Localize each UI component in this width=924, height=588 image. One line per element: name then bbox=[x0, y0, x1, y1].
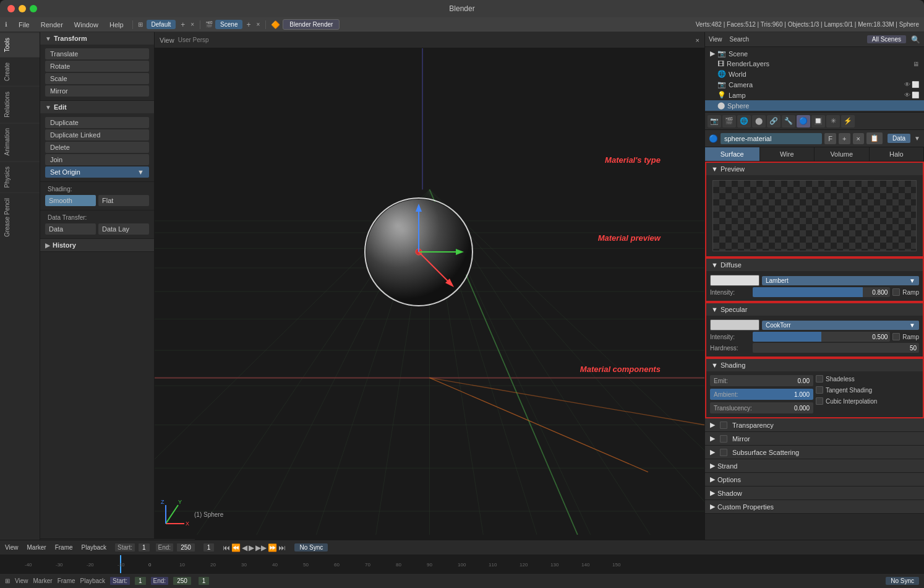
all-scenes-btn[interactable]: All Scenes bbox=[867, 35, 906, 43]
shading-props-header[interactable]: ▼ Shading bbox=[706, 359, 923, 371]
timeline-frame-btn[interactable]: Frame bbox=[55, 544, 73, 551]
specular-header[interactable]: ▼ Specular bbox=[706, 303, 923, 316]
sidebar-tab-grease[interactable]: Grease Pencil bbox=[0, 192, 40, 242]
menu-window[interactable]: Window bbox=[69, 20, 103, 30]
menu-file[interactable]: File bbox=[14, 20, 35, 30]
outliner-search-icon[interactable]: 🔍 bbox=[911, 35, 920, 44]
sidebar-tab-physics[interactable]: Physics bbox=[0, 161, 40, 192]
texture-props-icon[interactable]: 🔲 bbox=[811, 115, 825, 128]
mirror-checkbox[interactable] bbox=[720, 435, 727, 443]
subsurface-checkbox[interactable] bbox=[720, 449, 727, 456]
data-button[interactable]: Data bbox=[888, 134, 910, 143]
outliner-item-renderlayers[interactable]: 🎞 RenderLayers 🖥 bbox=[705, 59, 924, 69]
cubic-checkbox[interactable] bbox=[816, 397, 823, 405]
edit-header[interactable]: ▼ Edit bbox=[40, 101, 154, 113]
timeline-body[interactable]: -40 -30 -20 -10 0 10 20 30 40 50 60 70 8… bbox=[0, 555, 924, 573]
shadeless-checkbox[interactable] bbox=[816, 375, 823, 383]
menu-render[interactable]: Render bbox=[36, 20, 68, 30]
specular-hardness-slider[interactable]: 50 bbox=[753, 343, 919, 353]
specular-ramp-checkbox[interactable] bbox=[892, 333, 900, 340]
outliner-search-btn[interactable]: Search bbox=[730, 36, 750, 43]
minimize-button[interactable] bbox=[19, 5, 26, 12]
menu-help[interactable]: Help bbox=[105, 20, 129, 30]
tab-halo[interactable]: Halo bbox=[870, 147, 925, 161]
viewport-canvas[interactable]: Material's type Material preview Materia… bbox=[155, 48, 704, 535]
layout-button[interactable]: Default bbox=[147, 20, 176, 29]
timeline-current-frame[interactable]: 1 bbox=[203, 543, 215, 551]
material-name-input[interactable]: sphere-material bbox=[721, 133, 822, 144]
sidebar-tab-relations[interactable]: Relations bbox=[0, 86, 40, 123]
duplicate-button[interactable]: Duplicate bbox=[45, 117, 149, 128]
tangent-checkbox[interactable] bbox=[816, 386, 823, 394]
jump-end-btn[interactable]: ⏭ bbox=[278, 543, 286, 552]
viewport-view-btn[interactable]: View bbox=[160, 37, 174, 44]
tab-wire[interactable]: Wire bbox=[760, 147, 815, 161]
status-current-frame[interactable]: 1 bbox=[199, 577, 210, 585]
data-lay-button[interactable]: Data Lay bbox=[98, 223, 149, 235]
remove-layout-button[interactable]: × bbox=[189, 21, 196, 28]
emit-slider[interactable]: Emit: 0.00 bbox=[710, 375, 813, 386]
duplicate-linked-button[interactable]: Duplicate Linked bbox=[45, 129, 149, 141]
specular-color-swatch[interactable] bbox=[710, 319, 759, 331]
transparency-header[interactable]: ▶ Transparency bbox=[705, 418, 924, 431]
timeline-end-val[interactable]: 250 bbox=[177, 543, 195, 551]
scene-props-icon[interactable]: 🎬 bbox=[722, 115, 736, 128]
restrict-render-icon[interactable]: 🖥 bbox=[913, 61, 919, 67]
specular-type-dropdown[interactable]: CookTorr ▼ bbox=[762, 321, 919, 330]
tab-volume[interactable]: Volume bbox=[815, 147, 870, 161]
subsurface-header[interactable]: ▶ Subsurface Scattering bbox=[705, 446, 924, 459]
ambient-slider[interactable]: Ambient: 1.000 bbox=[710, 389, 813, 400]
prev-frame-btn[interactable]: ◀ bbox=[242, 543, 247, 552]
sidebar-tab-create[interactable]: Create bbox=[0, 57, 40, 86]
render-props-icon[interactable]: 📷 bbox=[708, 115, 721, 128]
lamp-render-icon[interactable]: ⬜ bbox=[912, 92, 919, 98]
translate-button[interactable]: Translate bbox=[45, 48, 149, 59]
timeline-playback-btn[interactable]: Playback bbox=[82, 544, 107, 551]
diffuse-intensity-slider[interactable]: 0.800 bbox=[753, 287, 890, 297]
smooth-button[interactable]: Smooth bbox=[45, 195, 96, 206]
status-start-val[interactable]: 1 bbox=[135, 577, 146, 585]
transform-header[interactable]: ▼ Transform bbox=[40, 32, 154, 45]
status-marker[interactable]: Marker bbox=[33, 577, 53, 584]
outliner-item-scene[interactable]: ▶ 📷 Scene bbox=[705, 48, 924, 59]
diffuse-type-dropdown[interactable]: Lambert ▼ bbox=[762, 276, 919, 285]
set-origin-dropdown[interactable]: Set Origin ▼ bbox=[45, 166, 149, 178]
physics-props-icon[interactable]: ⚡ bbox=[841, 115, 855, 128]
no-sync-btn[interactable]: No Sync bbox=[294, 543, 328, 551]
preview-header[interactable]: ▼ Preview bbox=[706, 163, 923, 175]
prev-keyframe-btn[interactable]: ⏪ bbox=[231, 543, 241, 552]
lamp-vis-icon[interactable]: 👁 bbox=[904, 92, 910, 98]
rotate-button[interactable]: Rotate bbox=[45, 61, 149, 72]
modifier-props-icon[interactable]: 🔧 bbox=[782, 115, 795, 128]
particle-props-icon[interactable]: ✳ bbox=[826, 115, 840, 128]
sidebar-tab-animation[interactable]: Animation bbox=[0, 123, 40, 160]
status-playback[interactable]: Playback bbox=[80, 577, 106, 584]
shadow-header[interactable]: ▶ Shadow bbox=[705, 486, 924, 499]
camera-vis-icon[interactable]: 👁 bbox=[904, 81, 910, 88]
camera-render-icon[interactable]: ⬜ bbox=[912, 81, 919, 88]
tab-surface[interactable]: Surface bbox=[705, 147, 760, 161]
diffuse-ramp-checkbox[interactable] bbox=[892, 288, 900, 296]
outliner-item-world[interactable]: 🌐 World bbox=[705, 69, 924, 79]
play-btn[interactable]: ▶ bbox=[249, 543, 254, 552]
add-layout-button[interactable]: + bbox=[178, 20, 187, 29]
f-button[interactable]: F bbox=[824, 133, 836, 144]
outliner-item-lamp[interactable]: 💡 Lamp 👁 ⬜ bbox=[705, 90, 924, 100]
next-keyframe-btn[interactable]: ⏩ bbox=[268, 543, 277, 552]
custom-props-header[interactable]: ▶ Custom Properties bbox=[705, 500, 924, 513]
remove-scene-button[interactable]: × bbox=[254, 21, 262, 28]
flat-button[interactable]: Flat bbox=[98, 195, 149, 206]
timeline-start-val[interactable]: 1 bbox=[139, 543, 150, 551]
material-props-icon[interactable]: 🔵 bbox=[797, 115, 810, 128]
remove-material-button[interactable]: × bbox=[853, 133, 864, 144]
scene-button[interactable]: Scene bbox=[215, 20, 242, 29]
next-frame-btn[interactable]: ▶▶ bbox=[255, 543, 267, 552]
add-material-button[interactable]: + bbox=[839, 133, 850, 144]
viewport[interactable]: View User Persp × bbox=[155, 32, 704, 551]
strand-header[interactable]: ▶ Strand bbox=[705, 459, 924, 472]
scale-button[interactable]: Scale bbox=[45, 73, 149, 84]
mirror-header[interactable]: ▶ Mirror bbox=[705, 432, 924, 445]
history-header[interactable]: ▶ History bbox=[40, 239, 154, 251]
status-no-sync[interactable]: No Sync bbox=[886, 577, 919, 585]
data-button[interactable]: Data bbox=[45, 223, 96, 235]
